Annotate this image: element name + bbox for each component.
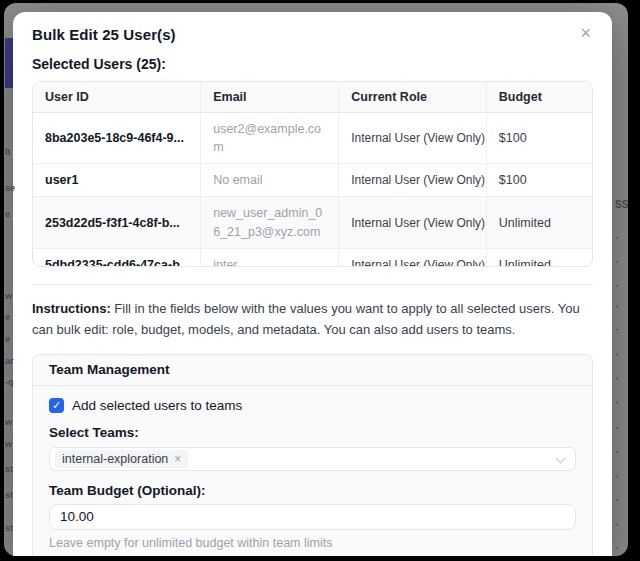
cell-budget: $100: [486, 164, 592, 197]
cell-user-id: 8ba203e5-18c9-46f4-9...: [33, 113, 201, 164]
add-users-checkbox-row[interactable]: ✓ Add selected users to teams: [49, 398, 576, 413]
backdrop-text-fragment: -: [615, 374, 618, 383]
team-budget-input[interactable]: [49, 504, 576, 530]
table-header-row: User ID Email Current Role Budget: [33, 82, 592, 113]
cell-user-id: 253d22d5-f3f1-4c8f-b...: [33, 197, 201, 248]
team-management-title: Team Management: [33, 355, 592, 386]
col-header-email: Email: [201, 82, 339, 113]
backdrop-text-fragment: e: [5, 313, 10, 322]
backdrop-text-fragment: w: [5, 418, 12, 427]
cell-user-id: user1: [33, 164, 201, 197]
selected-team-tag-label: internal-exploration: [62, 451, 168, 467]
backdrop-text-fragment: -: [615, 423, 618, 432]
backdrop-text-fragment: SS: [615, 200, 628, 210]
backdrop-text-fragment: st: [5, 491, 13, 500]
backdrop-text-fragment: -: [615, 281, 618, 290]
backdrop-text-fragment: -: [615, 233, 618, 242]
backdrop-text-fragment: ar: [5, 357, 14, 366]
backdrop-text-fragment: e: [5, 335, 10, 344]
instructions-label: Instructions:: [32, 301, 111, 316]
table-row: 8ba203e5-18c9-46f4-9... user2@example.co…: [33, 113, 592, 164]
backdrop-text-fragment: lt: [5, 148, 11, 157]
backdrop-text-fragment: -: [615, 472, 618, 481]
budget-helper-text: Leave empty for unlimited budget within …: [49, 536, 576, 550]
backdrop-text-fragment: st: [5, 465, 13, 474]
modal-title: Bulk Edit 25 User(s): [32, 26, 176, 43]
backdrop-text-fragment: -: [615, 543, 618, 552]
teams-multiselect[interactable]: internal-exploration ×: [49, 447, 576, 471]
backdrop-text-fragment: -: [615, 398, 618, 407]
add-users-checkbox[interactable]: ✓: [49, 398, 64, 413]
col-header-user-id: User ID: [33, 82, 201, 113]
team-management-body: ✓ Add selected users to teams Select Tea…: [33, 386, 592, 556]
backdrop-text-fragment: w: [5, 292, 12, 301]
dimmed-background-page: Bulk Edit 25 User(s) × Selected Users (2…: [4, 3, 628, 556]
cell-role: Internal User (View Only): [339, 248, 487, 267]
cell-budget: $100: [486, 113, 592, 164]
col-header-budget: Budget: [486, 82, 592, 113]
cell-email: inter: [201, 248, 339, 267]
instructions-body: Fill in the fields below with the values…: [32, 301, 580, 337]
team-management-section: Team Management ✓ Add selected users to …: [32, 354, 593, 556]
backdrop-text-fragment: w: [5, 440, 12, 449]
cell-email: No email: [201, 164, 339, 197]
cell-role: Internal User (View Only): [339, 197, 487, 248]
backdrop-text-fragment: -: [615, 520, 618, 529]
backdrop-text-fragment: -q: [5, 378, 14, 387]
backdrop-text-fragment: -: [615, 350, 618, 359]
cell-email: new_user_admin_06_21_p3@xyz.com: [201, 197, 339, 248]
section-divider: [32, 284, 593, 285]
close-icon[interactable]: ×: [578, 26, 593, 40]
table-row: user1 No email Internal User (View Only)…: [33, 164, 592, 197]
table-row: 253d22d5-f3f1-4c8f-b... new_user_admin_0…: [33, 197, 592, 248]
cell-user-id: 5dbd2335-cdd6-47ca-b...: [33, 248, 201, 267]
modal-header: Bulk Edit 25 User(s) ×: [32, 26, 593, 43]
backdrop-text-fragment: -: [615, 495, 618, 504]
backdrop-text-fragment: e: [5, 210, 10, 219]
cell-role: Internal User (View Only): [339, 164, 487, 197]
backdrop-text-fragment: -: [615, 325, 618, 334]
cell-role: Internal User (View Only): [339, 113, 487, 164]
add-users-checkbox-label[interactable]: Add selected users to teams: [72, 398, 242, 413]
selected-users-label: Selected Users (25):: [32, 56, 593, 72]
backdrop-text-fragment: st: [5, 524, 13, 533]
backdrop-text-fragment: -: [615, 257, 618, 266]
cell-budget: Unlimited: [486, 248, 592, 267]
cell-email: user2@example.com: [201, 113, 339, 164]
cell-budget: Unlimited: [486, 197, 592, 248]
selected-users-table[interactable]: User ID Email Current Role Budget 8ba203…: [32, 81, 593, 267]
instructions-text: Instructions: Fill in the fields below w…: [32, 298, 593, 341]
team-budget-label: Team Budget (Optional):: [49, 483, 576, 498]
remove-team-tag-icon[interactable]: ×: [174, 451, 181, 467]
col-header-current-role: Current Role: [339, 82, 487, 113]
table-row: 5dbd2335-cdd6-47ca-b... inter Internal U…: [33, 248, 592, 267]
backdrop-text-fragment: se: [5, 184, 15, 193]
backdrop-text-fragment: -: [615, 447, 618, 456]
bulk-edit-modal: Bulk Edit 25 User(s) × Selected Users (2…: [13, 12, 612, 556]
backdrop-text-fragment: -: [615, 302, 618, 311]
select-teams-label: Select Teams:: [49, 425, 576, 440]
chevron-down-icon[interactable]: [556, 453, 566, 463]
selected-team-tag: internal-exploration ×: [55, 450, 188, 468]
